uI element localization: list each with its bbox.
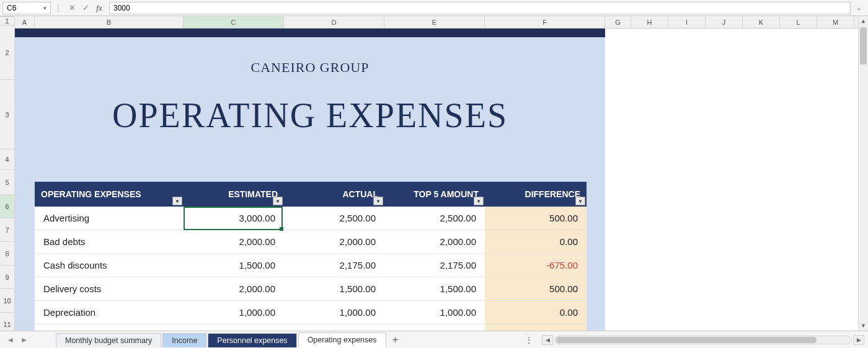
difference-cell[interactable]: 500.00: [485, 207, 587, 230]
scrollbar-thumb[interactable]: [860, 27, 867, 65]
column-header-K[interactable]: K: [743, 16, 780, 28]
actual-cell[interactable]: 525.00: [284, 324, 384, 331]
tab-next-button[interactable]: ►: [17, 333, 31, 347]
enter-button[interactable]: ✓: [79, 2, 92, 14]
sheet-tab[interactable]: Operating expenses: [298, 332, 386, 348]
sheet-tab[interactable]: Personnel expenses: [208, 333, 296, 347]
sheet-tab[interactable]: Monthly budget summary: [56, 333, 161, 347]
column-header-J[interactable]: J: [706, 16, 743, 28]
column-header-A[interactable]: A: [15, 16, 35, 28]
filter-icon[interactable]: ▾: [273, 197, 283, 205]
sheet-tabs: Monthly budget summaryIncomePersonnel ex…: [56, 332, 388, 347]
filter-icon[interactable]: ▾: [474, 197, 484, 205]
filter-icon[interactable]: ▾: [575, 197, 585, 205]
col-header-label: DIFFERENCE: [525, 189, 580, 199]
insert-function-button[interactable]: fx: [93, 2, 105, 14]
estimated-cell[interactable]: 2,000.00: [184, 230, 284, 254]
tab-prev-button[interactable]: ◄: [4, 333, 17, 347]
top5-cell[interactable]: 1,500.00: [384, 277, 485, 301]
column-header-L[interactable]: L: [780, 16, 817, 28]
estimated-cell[interactable]: 2,000.00: [184, 277, 284, 301]
row-header-1[interactable]: 1: [0, 17, 14, 25]
add-sheet-button[interactable]: +: [388, 333, 404, 347]
row-header-5[interactable]: 5: [0, 170, 14, 195]
column-header-M[interactable]: M: [817, 16, 854, 28]
table-row: Dues and subscriptions500.00525.00525.00…: [35, 324, 587, 331]
difference-cell[interactable]: -675.00: [485, 254, 587, 277]
actual-cell[interactable]: 1,500.00: [284, 277, 384, 301]
row-header-4[interactable]: 4: [0, 149, 14, 170]
tab-menu-button[interactable]: ⋮: [520, 335, 538, 345]
col-header-top5[interactable]: TOP 5 AMOUNT ▾: [384, 182, 485, 207]
difference-cell[interactable]: 500.00: [485, 277, 587, 301]
col-header-difference[interactable]: DIFFERENCE ▾: [485, 182, 587, 207]
expense-name-cell[interactable]: Dues and subscriptions: [35, 324, 184, 331]
plus-icon: +: [392, 334, 398, 345]
row-header-8[interactable]: 8: [0, 242, 14, 265]
estimated-cell[interactable]: 3,000.00: [184, 207, 284, 230]
row-header-6[interactable]: 6: [0, 195, 14, 218]
difference-cell[interactable]: 0.00: [485, 230, 587, 254]
vertical-scrollbar[interactable]: ▲ ▼: [858, 16, 868, 331]
name-box[interactable]: C6 ▾: [2, 2, 51, 14]
filter-icon[interactable]: ▾: [172, 197, 182, 205]
estimated-cell[interactable]: 500.00: [184, 324, 284, 331]
row-header-2[interactable]: 2: [0, 25, 14, 80]
expense-name-cell[interactable]: Depreciation: [35, 301, 184, 324]
expense-name-cell[interactable]: Delivery costs: [35, 277, 184, 301]
fx-icon: fx: [96, 3, 102, 13]
top5-cell[interactable]: 1,000.00: [384, 301, 485, 324]
sheet-tab[interactable]: Income: [162, 333, 206, 347]
header-band: [15, 29, 605, 37]
row-header-9[interactable]: 9: [0, 265, 14, 289]
row-header-3[interactable]: 3: [0, 80, 14, 149]
col-header-label: OPERATING EXPENSES: [41, 189, 141, 199]
scroll-left-icon[interactable]: ◀: [542, 335, 553, 345]
scrollbar-track[interactable]: [554, 336, 852, 344]
column-header-G[interactable]: G: [605, 16, 631, 28]
top5-cell[interactable]: 525.00: [384, 324, 485, 331]
row-header-10[interactable]: 10: [0, 289, 14, 313]
table-header-row: OPERATING EXPENSES ▾ ESTIMATED ▾ ACTUAL …: [35, 182, 587, 207]
difference-cell[interactable]: -25.00: [485, 324, 587, 331]
operating-expenses-table: OPERATING EXPENSES ▾ ESTIMATED ▾ ACTUAL …: [35, 182, 587, 331]
column-header-F[interactable]: F: [485, 16, 605, 28]
difference-cell[interactable]: 0.00: [485, 301, 587, 324]
col-header-actual[interactable]: ACTUAL ▾: [284, 182, 384, 207]
actual-cell[interactable]: 1,000.00: [284, 301, 384, 324]
column-header-C[interactable]: C: [184, 16, 284, 28]
actual-cell[interactable]: 2,175.00: [284, 254, 384, 277]
actual-cell[interactable]: 2,500.00: [284, 207, 384, 230]
table-row: Depreciation1,000.001,000.001,000.000.00: [35, 301, 587, 324]
scroll-right-icon[interactable]: ▶: [853, 335, 864, 345]
actual-cell[interactable]: 2,000.00: [284, 230, 384, 254]
sheet-canvas[interactable]: CANEIRO GROUP OPERATING EXPENSES OPERATI…: [15, 29, 858, 331]
spreadsheet-grid: 1234567891011 ABCDEFGHIJKLM CANEIRO GROU…: [0, 16, 868, 331]
formula-input[interactable]: 3000: [109, 2, 851, 14]
column-header-H[interactable]: H: [631, 16, 668, 28]
cancel-button[interactable]: ✕: [66, 2, 78, 14]
top5-cell[interactable]: 2,175.00: [384, 254, 485, 277]
col-header-label: TOP 5 AMOUNT: [414, 189, 479, 199]
column-header-B[interactable]: B: [35, 16, 184, 28]
scroll-down-icon[interactable]: ▼: [859, 321, 868, 331]
estimated-cell[interactable]: 1,000.00: [184, 301, 284, 324]
col-header-name[interactable]: OPERATING EXPENSES ▾: [35, 182, 184, 207]
col-header-estimated[interactable]: ESTIMATED ▾: [184, 182, 284, 207]
column-header-D[interactable]: D: [284, 16, 384, 28]
filter-icon[interactable]: ▾: [373, 197, 383, 205]
top5-cell[interactable]: 2,500.00: [384, 207, 485, 230]
scroll-up-icon[interactable]: ▲: [859, 16, 868, 26]
expand-formula-bar-button[interactable]: ⌄: [852, 2, 866, 14]
scrollbar-thumb[interactable]: [556, 337, 817, 343]
sheet-tabs-bar: ◄ ► Monthly budget summaryIncomePersonne…: [0, 331, 868, 348]
row-header-7[interactable]: 7: [0, 218, 14, 242]
top5-cell[interactable]: 2,000.00: [384, 230, 485, 254]
column-header-E[interactable]: E: [384, 16, 485, 28]
column-header-I[interactable]: I: [668, 16, 706, 28]
estimated-cell[interactable]: 1,500.00: [184, 254, 284, 277]
horizontal-scrollbar[interactable]: ◀ ▶: [542, 335, 864, 345]
expense-name-cell[interactable]: Cash discounts: [35, 254, 184, 277]
expense-name-cell[interactable]: Bad debts: [35, 230, 184, 254]
expense-name-cell[interactable]: Advertising: [35, 207, 184, 230]
